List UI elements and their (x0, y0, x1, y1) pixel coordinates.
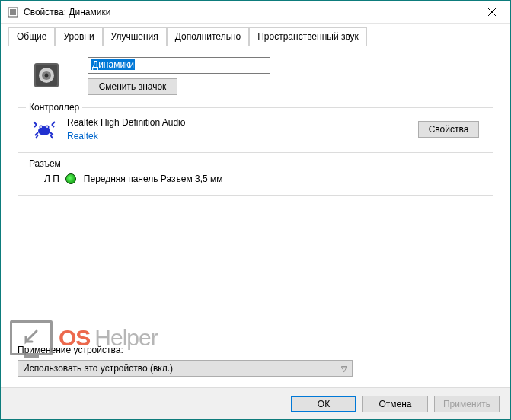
watermark: OS Helper (10, 320, 158, 355)
button-label: Применить (443, 399, 490, 409)
jack-group: Разъем Л П Передняя панель Разъем 3,5 мм (18, 164, 493, 196)
properties-window: Свойства: Динамики Общие Уровни Улучшени… (0, 0, 511, 420)
realtek-crab-icon (32, 117, 56, 142)
watermark-helper: Helper (94, 325, 157, 351)
tab-enhancements[interactable]: Улучшения (103, 27, 167, 46)
svg-rect-1 (10, 9, 16, 15)
controller-group: Контроллер Realtek High Definition Audio (18, 107, 493, 153)
button-label: Свойства (429, 124, 469, 135)
tab-label: Улучшения (111, 31, 158, 42)
jack-row: Л П Передняя панель Разъем 3,5 мм (29, 173, 482, 184)
window-title: Свойства: Динамики (24, 7, 474, 18)
watermark-monitor-icon (10, 320, 53, 355)
cancel-button[interactable]: Отмена (362, 396, 428, 412)
button-label: ОК (318, 399, 330, 409)
usage-selected-value: Использовать это устройство (вкл.) (23, 363, 173, 374)
controller-text: Realtek High Definition Audio Realtek (67, 117, 418, 142)
watermark-os: OS (59, 325, 90, 351)
button-label: Отмена (378, 399, 411, 409)
tab-spatial[interactable]: Пространственный звук (249, 27, 367, 46)
titlebar[interactable]: Свойства: Динамики (1, 1, 510, 24)
tab-content: Динамики Сменить значок Контроллер (1, 46, 510, 387)
device-info-row: Динамики Сменить значок (18, 57, 493, 95)
close-button[interactable] (474, 1, 509, 23)
svg-point-12 (40, 126, 42, 128)
controller-vendor-link[interactable]: Realtek (67, 131, 418, 142)
tab-label: Дополнительно (175, 31, 241, 42)
tab-bar: Общие Уровни Улучшения Дополнительно Про… (8, 27, 503, 46)
change-icon-button[interactable]: Сменить значок (88, 78, 177, 95)
lr-label: Л П (44, 173, 59, 184)
device-fields: Динамики Сменить значок (88, 57, 270, 95)
svg-point-8 (45, 74, 49, 78)
tabs-container: Общие Уровни Улучшения Дополнительно Про… (1, 24, 510, 46)
window-icon (7, 6, 19, 18)
close-icon (488, 8, 496, 16)
controller-properties-button[interactable]: Свойства (418, 121, 479, 138)
device-name-input[interactable]: Динамики (88, 57, 270, 74)
button-label: Сменить значок (99, 81, 167, 92)
jack-group-title: Разъем (26, 158, 64, 169)
usage-select[interactable]: Использовать это устройство (вкл.) ▽ (18, 360, 353, 377)
ok-button[interactable]: ОК (291, 396, 356, 412)
controller-row: Realtek High Definition Audio Realtek Св… (29, 117, 482, 142)
tab-general[interactable]: Общие (8, 27, 55, 46)
tab-label: Общие (17, 31, 46, 42)
controller-group-title: Контроллер (26, 102, 82, 113)
tab-label: Пространственный звук (257, 31, 359, 42)
jack-color-dot (65, 173, 76, 184)
chevron-down-icon: ▽ (341, 364, 347, 373)
apply-button[interactable]: Применить (434, 396, 500, 412)
tab-advanced[interactable]: Дополнительно (167, 27, 249, 46)
tab-levels[interactable]: Уровни (55, 27, 102, 46)
svg-point-13 (46, 126, 48, 128)
device-name-text: Динамики (91, 59, 135, 70)
speaker-icon (33, 62, 60, 89)
controller-name: Realtek High Definition Audio (67, 117, 418, 128)
dialog-footer: ОК Отмена Применить (1, 387, 510, 419)
jack-description: Передняя панель Разъем 3,5 мм (84, 173, 223, 184)
tab-label: Уровни (63, 31, 94, 42)
